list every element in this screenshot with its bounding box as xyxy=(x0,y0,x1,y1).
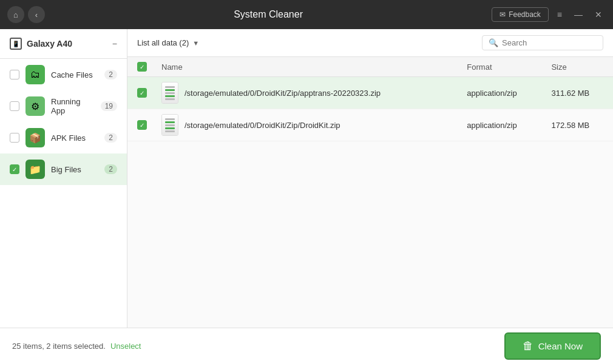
format-header: Format xyxy=(459,57,544,77)
name-header: Name xyxy=(154,57,459,77)
file-name: /storage/emulated/0/DroidKit/Zip/DroidKi… xyxy=(185,121,340,130)
clean-now-button[interactable]: 🗑 Clean Now xyxy=(504,332,601,360)
big-label: Big Files xyxy=(51,165,98,174)
back-button[interactable]: ‹ xyxy=(28,6,45,23)
mail-icon: ✉ xyxy=(500,10,506,19)
zip-file-icon xyxy=(161,114,178,136)
right-panel: List all data (2) ▼ 🔍 Name Format xyxy=(127,29,613,328)
row-format-cell: application/zip xyxy=(459,77,544,109)
title-bar: ⌂ ‹ System Cleaner ✉ Feedback ≡ — ✕ xyxy=(0,0,613,29)
cache-label: Cache Files xyxy=(51,70,98,79)
file-cell: /storage/emulated/0/DroidKit/Zip/DroidKi… xyxy=(161,114,452,136)
apk-checkbox[interactable] xyxy=(10,133,19,143)
sidebar-item-big[interactable]: 📁 Big Files 2 xyxy=(0,153,127,185)
file-name: /storage/emulated/0/DroidKit/Zip/apptran… xyxy=(185,89,381,98)
table-header-row: Name Format Size xyxy=(127,57,613,77)
running-icon: ⚙ xyxy=(25,96,45,116)
row-name-cell: /storage/emulated/0/DroidKit/Zip/DroidKi… xyxy=(154,109,459,141)
close-button[interactable]: ✕ xyxy=(591,7,606,22)
feedback-label: Feedback xyxy=(509,10,541,19)
apk-count: 2 xyxy=(104,133,117,143)
chevron-down-icon: ▼ xyxy=(192,39,199,47)
device-name: Galaxy A40 xyxy=(27,39,72,49)
back-icon: ‹ xyxy=(35,10,38,19)
big-icon: 📁 xyxy=(25,160,45,179)
sidebar-item-apk[interactable]: 📦 APK Files 2 xyxy=(0,122,127,153)
running-checkbox[interactable] xyxy=(10,101,19,111)
search-box: 🔍 xyxy=(482,35,603,50)
row-checkbox-cell[interactable] xyxy=(127,109,154,141)
cache-checkbox[interactable] xyxy=(10,70,19,79)
row-name-cell: /storage/emulated/0/DroidKit/Zip/apptran… xyxy=(154,77,459,109)
device-icon: 📱 xyxy=(10,38,22,50)
home-icon: ⌂ xyxy=(13,10,18,19)
select-all-header[interactable] xyxy=(127,57,154,77)
cache-count: 2 xyxy=(104,70,117,79)
main-content: 📱 Galaxy A40 − 🗂 Cache Files 2 ⚙ Running… xyxy=(0,29,613,328)
select-all-checkbox[interactable] xyxy=(137,62,147,72)
panel-toolbar: List all data (2) ▼ 🔍 xyxy=(127,29,613,57)
running-label: Running App xyxy=(51,97,95,115)
table-row: /storage/emulated/0/DroidKit/Zip/DroidKi… xyxy=(127,109,613,141)
sidebar-item-running[interactable]: ⚙ Running App 19 xyxy=(0,90,127,122)
trash-icon: 🗑 xyxy=(523,340,533,352)
minimize-button[interactable]: — xyxy=(571,7,586,22)
table-row: /storage/emulated/0/DroidKit/Zip/apptran… xyxy=(127,77,613,109)
file-table-container: Name Format Size /storage/emulated/0/Dro… xyxy=(127,57,613,328)
unselect-link[interactable]: Unselect xyxy=(110,342,141,351)
row-format-cell: application/zip xyxy=(459,109,544,141)
app-title: System Cleaner xyxy=(45,9,492,20)
big-checkbox[interactable] xyxy=(10,164,19,174)
feedback-button[interactable]: ✉ Feedback xyxy=(492,7,549,22)
list-dropdown[interactable]: List all data (2) ▼ xyxy=(137,38,199,47)
menu-button[interactable]: ≡ xyxy=(554,7,566,22)
status-bar: 25 items, 2 items selected. Unselect 🗑 C… xyxy=(0,328,613,364)
file-table: Name Format Size /storage/emulated/0/Dro… xyxy=(127,57,613,141)
collapse-button[interactable]: − xyxy=(112,39,117,49)
search-input[interactable] xyxy=(502,38,597,47)
title-bar-right: ✉ Feedback ≡ — ✕ xyxy=(492,7,606,22)
running-count: 19 xyxy=(101,101,117,111)
clean-now-label: Clean Now xyxy=(538,341,583,351)
apk-label: APK Files xyxy=(51,133,98,143)
sidebar-item-cache[interactable]: 🗂 Cache Files 2 xyxy=(0,59,127,90)
apk-icon: 📦 xyxy=(25,128,45,147)
status-text: 25 items, 2 items selected. xyxy=(12,342,106,351)
row-size-cell: 311.62 MB xyxy=(544,77,613,109)
zip-file-icon xyxy=(161,82,178,104)
cache-icon: 🗂 xyxy=(25,65,45,84)
sidebar: 📱 Galaxy A40 − 🗂 Cache Files 2 ⚙ Running… xyxy=(0,29,127,328)
row-checkbox-2[interactable] xyxy=(137,120,147,130)
search-icon: 🔍 xyxy=(489,38,498,47)
big-count: 2 xyxy=(104,164,117,174)
device-header: 📱 Galaxy A40 − xyxy=(0,29,127,59)
dropdown-label: List all data (2) xyxy=(137,38,189,47)
row-size-cell: 172.58 MB xyxy=(544,109,613,141)
row-checkbox-cell[interactable] xyxy=(127,77,154,109)
file-cell: /storage/emulated/0/DroidKit/Zip/apptran… xyxy=(161,82,452,104)
title-bar-left: ⌂ ‹ xyxy=(7,6,45,23)
row-checkbox-1[interactable] xyxy=(137,88,147,98)
size-header: Size xyxy=(544,57,613,77)
home-button[interactable]: ⌂ xyxy=(7,6,24,23)
